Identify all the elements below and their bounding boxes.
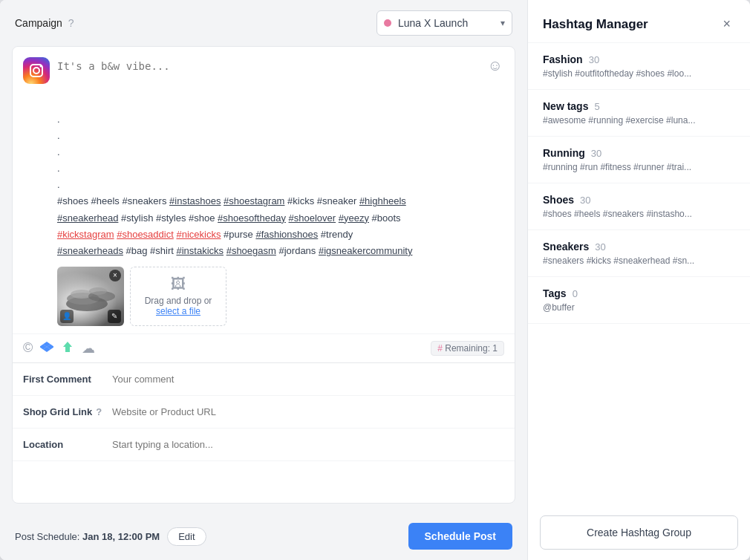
upload-arrow-icon[interactable] — [61, 340, 74, 356]
hashtag-group-item[interactable]: Running 30 #running #run #fitness #runne… — [528, 137, 750, 183]
first-comment-label: First Comment — [23, 374, 112, 385]
close-button[interactable]: × — [718, 15, 735, 33]
svg-point-3 — [40, 65, 42, 68]
remaining-text: Remaining: 1 — [445, 343, 498, 354]
hashtag-group-item[interactable]: Sneakers 30 #sneakers #kicks #sneakerhea… — [528, 230, 750, 277]
location-label: Location — [23, 439, 112, 450]
schedule-post-button[interactable]: Schedule Post — [408, 523, 512, 550]
fields-section: First Comment Shop Grid Link ? Location — [13, 362, 515, 461]
location-row: Location — [13, 429, 515, 461]
hashtag-manager-header: Hashtag Manager × — [528, 0, 750, 43]
right-panel: Hashtag Manager × Fashion 30 #stylish #o… — [527, 0, 750, 560]
bottom-bar: Post Schedule: Jan 18, 12:00 PM Edit Sch… — [0, 512, 527, 560]
svg-rect-0 — [23, 57, 50, 84]
shop-grid-row: Shop Grid Link ? — [13, 396, 515, 429]
campaign-select-wrap: Luna X Launch Summer Campaign Fall Launc… — [376, 10, 512, 36]
hashtag-group-item[interactable]: New tags 5 #awesome #running #exercise #… — [528, 90, 750, 137]
toolbar-row: © ☁ # Remaining: — [13, 333, 515, 362]
post-schedule-text: Post Schedule: Jan 18, 12:00 PM — [15, 531, 160, 542]
group-name: Sneakers — [543, 241, 589, 253]
copyright-icon[interactable]: © — [23, 340, 33, 356]
thumb-close-icon[interactable]: × — [109, 270, 121, 281]
upload-drop-zone[interactable]: 🖼 Drag and drop or select a file — [130, 267, 226, 326]
hashtag-line-2: #sneakerhead #stylish #styles #shoe #sho… — [57, 210, 504, 227]
left-panel: Campaign ? Luna X Launch Summer Campaign… — [0, 0, 527, 560]
thumb-person-icon[interactable]: 👤 — [60, 310, 74, 323]
group-preview: #awesome #running #exercise #luna... — [543, 115, 735, 126]
group-count: 0 — [573, 288, 578, 299]
group-name: Tags — [543, 287, 567, 299]
group-preview: @buffer — [543, 302, 735, 313]
hashtag-group-item[interactable]: Tags 0 @buffer — [528, 277, 750, 324]
shop-grid-help-icon[interactable]: ? — [96, 406, 102, 417]
group-name: Shoes — [543, 194, 574, 206]
group-count: 30 — [591, 148, 601, 159]
media-row: × 👤 ✎ 🖼 Drag and drop or select a file — [13, 259, 515, 333]
group-name-row: Tags 0 — [543, 287, 735, 299]
create-hashtag-group-button[interactable]: Create Hashtag Group — [540, 515, 738, 550]
location-input[interactable] — [112, 432, 504, 458]
svg-point-8 — [89, 287, 107, 295]
group-count: 30 — [589, 54, 599, 65]
campaign-label: Campaign — [15, 17, 62, 29]
group-preview: #running #run #fitness #runner #trai... — [543, 162, 735, 172]
media-thumbnail[interactable]: × 👤 ✎ — [57, 267, 124, 326]
hashtag-groups-list: Fashion 30 #stylish #outfitoftheday #sho… — [528, 43, 750, 505]
group-preview: #stylish #outfitoftheday #shoes #loo... — [543, 68, 735, 79]
hashtag-group-item[interactable]: Shoes 30 #shoes #heels #sneakers #instas… — [528, 183, 750, 230]
group-count: 30 — [595, 241, 605, 253]
hashtag-line-1: #shoes #heels #sneakers #instashoes #sho… — [57, 193, 504, 209]
campaign-select[interactable]: Luna X Launch Summer Campaign Fall Launc… — [376, 10, 512, 36]
hashtag-block: ..... #shoes #heels #sneakers #instashoe… — [13, 111, 515, 259]
edit-button[interactable]: Edit — [167, 527, 206, 546]
compose-header: ☺ — [13, 47, 515, 111]
svg-marker-13 — [63, 342, 72, 352]
thumb-edit-icon[interactable]: ✎ — [108, 310, 121, 323]
hashtag-manager-title: Hashtag Manager — [543, 17, 648, 32]
upload-icon: 🖼 — [171, 276, 186, 293]
instagram-icon — [23, 57, 50, 84]
group-name: New tags — [543, 100, 588, 112]
group-count: 5 — [594, 101, 599, 112]
first-comment-input[interactable] — [112, 366, 504, 392]
first-comment-row: First Comment — [13, 363, 515, 396]
group-name-row: New tags 5 — [543, 100, 735, 112]
group-name-row: Running 30 — [543, 147, 735, 159]
hashtag-group-item[interactable]: Fashion 30 #stylish #outfitoftheday #sho… — [528, 43, 750, 90]
drag-drop-label: Drag and drop or — [145, 296, 212, 306]
emoji-button[interactable]: ☺ — [486, 56, 504, 76]
group-name: Fashion — [543, 53, 583, 65]
hashtag-line-3: #kickstagram #shoesaddict #nicekicks #pu… — [57, 227, 504, 243]
hashtag-line-4: #sneakerheads #bag #shirt #instakicks #s… — [57, 243, 504, 259]
shop-grid-label: Shop Grid Link ? — [23, 406, 112, 417]
campaign-help-icon[interactable]: ? — [68, 17, 74, 29]
remaining-badge: # Remaining: 1 — [431, 341, 504, 356]
compose-textarea[interactable] — [57, 56, 504, 108]
group-name-row: Sneakers 30 — [543, 241, 735, 253]
group-name-row: Shoes 30 — [543, 194, 735, 206]
dropbox-icon[interactable] — [40, 340, 53, 356]
campaign-bar: Campaign ? Luna X Launch Summer Campaign… — [0, 0, 527, 46]
group-name-row: Fashion 30 — [543, 53, 735, 65]
shop-grid-input[interactable] — [112, 399, 504, 425]
compose-area: ☺ ..... #shoes #heels #sneakers #instash… — [12, 46, 515, 504]
group-count: 30 — [580, 195, 590, 206]
cloud-icon[interactable]: ☁ — [82, 340, 95, 356]
group-name: Running — [543, 147, 585, 159]
group-preview: #sneakers #kicks #sneakerhead #sn... — [543, 255, 735, 266]
dots-spacer: ..... — [57, 111, 504, 193]
group-preview: #shoes #heels #sneakers #instasho... — [543, 209, 735, 219]
compose-text-area: ☺ — [57, 56, 504, 111]
select-file-link[interactable]: select a file — [156, 306, 200, 316]
